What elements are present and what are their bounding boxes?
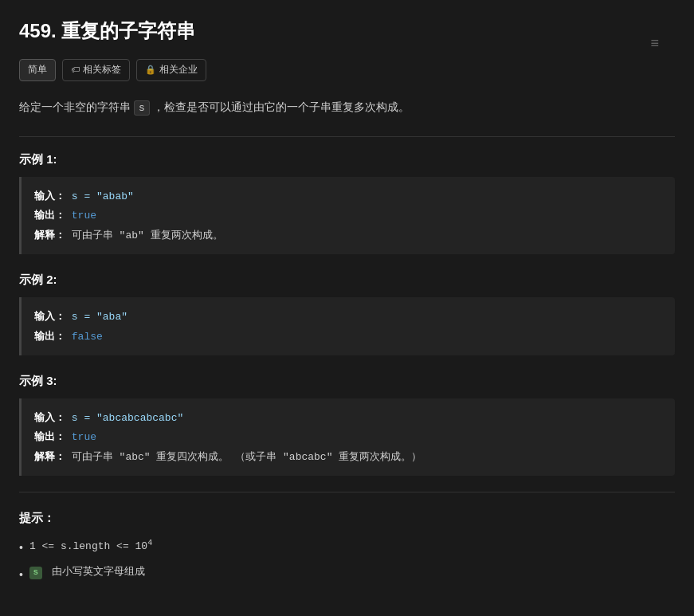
tag-related-companies-label: 相关企业 — [159, 62, 198, 77]
example-2: 示例 2: 输入： s = "aba" 输出： false — [19, 270, 675, 355]
example-3-title: 示例 3: — [19, 371, 675, 390]
example-1-line-2: 输出： true — [34, 206, 662, 225]
example-1-output-label: 输出： — [34, 209, 65, 221]
example-2-line-2: 输出： false — [34, 327, 662, 346]
example-2-output-label: 输出： — [34, 330, 65, 342]
example-2-input-value: s = "aba" — [72, 311, 127, 323]
example-1-line-1: 输入： s = "abab" — [34, 186, 662, 206]
separator-2 — [19, 492, 675, 492]
problem-title: 459. 重复的子字符串 — [19, 16, 675, 46]
hint-1-content: 1 <= s.length <= 104 — [29, 537, 152, 555]
tag-row: 简单 🏷 相关标签 🔒 相关企业 — [19, 59, 675, 80]
hint-1-bullet: • — [19, 539, 23, 556]
example-2-block: 输入： s = "aba" 输出： false — [19, 297, 675, 355]
example-3-explain-label: 解释： — [34, 450, 65, 462]
example-3-explain-value: 可由子串 "abc" 重复四次构成。 （或子串 "abcabc" 重复两次构成。… — [72, 451, 421, 463]
example-3-line-3: 解释： 可由子串 "abc" 重复四次构成。 （或子串 "abcabc" 重复两… — [34, 447, 662, 466]
example-3-input-label: 输入： — [34, 411, 65, 423]
top-right-icon[interactable]: ≡ — [650, 32, 659, 55]
hint-2-bullet: • — [19, 566, 23, 583]
example-3-line-1: 输入： s = "abcabcabcabc" — [34, 408, 662, 427]
separator-1 — [19, 136, 675, 137]
example-3: 示例 3: 输入： s = "abcabcabcabc" 输出： true 解释… — [19, 371, 675, 476]
tag-easy[interactable]: 简单 — [19, 59, 56, 80]
example-1-input-label: 输入： — [34, 190, 65, 202]
hint-2-content: s 由小写英文字母组成 — [29, 564, 145, 581]
hint-1: • 1 <= s.length <= 104 — [19, 537, 675, 556]
example-1-title: 示例 1: — [19, 150, 675, 169]
example-2-line-1: 输入： s = "aba" — [34, 307, 662, 326]
tag-related-tags-label: 相关标签 — [83, 62, 121, 77]
hint-s-badge: s — [29, 567, 42, 579]
example-2-output-value: false — [72, 331, 103, 343]
example-1-explain-label: 解释： — [34, 229, 65, 241]
tag-icon: 🏷 — [71, 63, 80, 77]
tag-related-companies[interactable]: 🔒 相关企业 — [136, 59, 206, 80]
example-3-output-label: 输出： — [34, 430, 65, 442]
hints-title: 提示： — [19, 508, 675, 528]
example-1-explain-value: 可由子串 "ab" 重复两次构成。 — [72, 230, 223, 241]
lock-icon: 🔒 — [145, 63, 156, 77]
example-3-input-value: s = "abcabcabcabc" — [72, 412, 183, 424]
hints-section: 提示： • 1 <= s.length <= 104 • s 由小写英文字母组成 — [19, 508, 675, 584]
desc-code-s: s — [134, 100, 150, 116]
tag-related-tags[interactable]: 🏷 相关标签 — [62, 59, 130, 80]
example-1-line-3: 解释： 可由子串 "ab" 重复两次构成。 — [34, 226, 662, 245]
hint-2: • s 由小写英文字母组成 — [19, 564, 675, 583]
tag-easy-label: 简单 — [28, 62, 47, 77]
problem-description: 给定一个非空的字符串 s ，检查是否可以通过由它的一个子串重复多次构成。 — [19, 97, 675, 117]
example-3-output-value: true — [72, 431, 96, 443]
example-2-input-label: 输入： — [34, 310, 65, 322]
example-2-title: 示例 2: — [19, 270, 675, 289]
example-3-line-2: 输出： true — [34, 427, 662, 446]
example-1-output-value: true — [72, 210, 96, 222]
example-1: 示例 1: 输入： s = "abab" 输出： true 解释： 可由子串 "… — [19, 150, 675, 254]
example-1-block: 输入： s = "abab" 输出： true 解释： 可由子串 "ab" 重复… — [19, 177, 675, 254]
example-1-input-value: s = "abab" — [72, 190, 134, 202]
desc-before-code: 给定一个非空的字符串 — [19, 100, 131, 113]
hint-2-text: 由小写英文字母组成 — [52, 566, 145, 578]
desc-after: ，检查是否可以通过由它的一个子串重复多次构成。 — [153, 100, 410, 113]
example-3-block: 输入： s = "abcabcabcabc" 输出： true 解释： 可由子串… — [19, 398, 675, 476]
